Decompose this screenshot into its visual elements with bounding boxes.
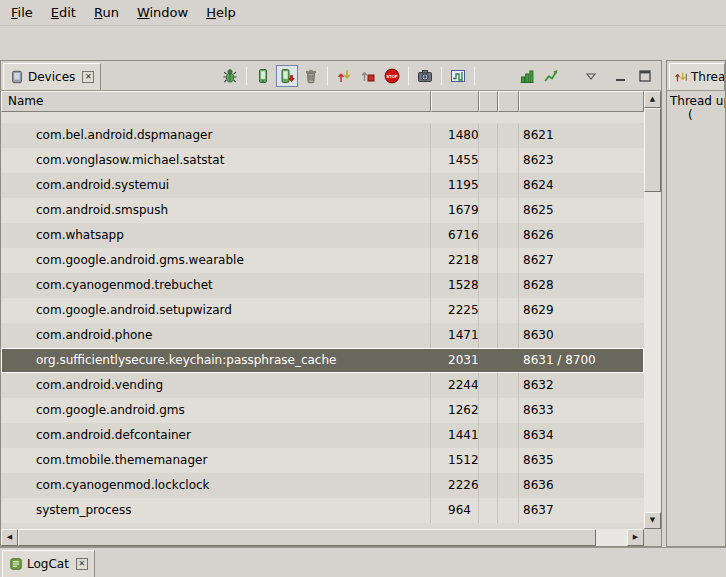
tab-threads[interactable]: Threads [669,63,725,90]
table-row[interactable]: com.android.vending224408632 [1,373,644,398]
cell-port: 8625 [519,198,644,223]
cell-port: 8623 [519,148,644,173]
systrace-icon[interactable] [447,65,469,87]
table-row[interactable]: com.tmobile.thememanager15128635 [1,448,644,473]
threads-message: Thread up ( [667,91,725,125]
cell-name: com.android.phone [1,323,431,348]
column-header-pid[interactable] [431,91,479,112]
tab-logcat[interactable]: LogCat ✕ [2,550,95,577]
cell-port: 8637 [519,498,644,523]
cell-blank [498,323,519,348]
cell-blank [479,198,498,223]
menu-run[interactable]: Run [85,3,128,22]
debug-process-icon[interactable] [219,65,241,87]
main-area: Devices ✕ STOP Name com.bel.a [0,60,726,547]
device-icon [10,70,24,84]
vertical-scroll-track[interactable] [644,108,661,512]
partial-row [1,112,644,123]
menu-edit[interactable]: Edit [42,3,85,22]
cell-blank [479,298,498,323]
screen-capture-icon[interactable] [414,65,436,87]
devices-tab-label: Devices [28,70,75,84]
cell-blank [479,373,498,398]
table-row[interactable]: com.bel.android.dspmanager14808621 [1,123,644,148]
logcat-tab-label: LogCat [27,557,69,571]
cell-blank [498,223,519,248]
column-header-blank[interactable] [498,91,519,112]
maximize-icon[interactable] [634,65,656,87]
minimize-icon[interactable] [610,65,632,87]
update-threads-icon[interactable] [333,65,355,87]
stop-process-icon[interactable]: STOP [381,65,403,87]
svg-text:STOP: STOP [386,74,398,79]
cell-name: com.android.systemui [1,173,431,198]
device-table-body: com.bel.android.dspmanager14808621com.vo… [1,112,644,529]
table-row[interactable]: org.sufficientlysecure.keychain:passphra… [1,348,644,373]
close-icon[interactable]: ✕ [82,71,94,83]
cell-blank [498,348,519,373]
table-row[interactable]: com.cyanogenmod.lockclock222658636 [1,473,644,498]
heap-updates-icon[interactable] [516,65,538,87]
cell-blank [498,273,519,298]
table-row[interactable]: com.whatsapp67168626 [1,223,644,248]
cause-gc-icon[interactable] [300,65,322,87]
cell-port: 8633 [519,398,644,423]
table-row[interactable]: com.android.smspush16798625 [1,198,644,223]
table-row[interactable]: system_process9648637 [1,498,644,523]
cell-pid: 6716 [431,223,479,248]
scrollbar-corner [644,529,661,546]
menu-file[interactable]: File [2,3,42,22]
menu-window[interactable]: Window [128,3,197,22]
cell-blank [498,298,519,323]
network-stats-icon[interactable] [540,65,562,87]
scroll-left-button[interactable]: ◀ [1,529,18,546]
tab-devices[interactable]: Devices ✕ [3,63,101,90]
horizontal-scroll-thumb[interactable] [18,529,596,546]
menu-help[interactable]: Help [197,3,245,22]
cell-name: com.vonglasow.michael.satstat [1,148,431,173]
scroll-up-button[interactable]: ▲ [644,91,661,108]
cell-pid: 20311 [431,348,479,373]
close-icon[interactable]: ✕ [76,558,88,570]
table-row[interactable]: com.cyanogenmod.trebuchet15288628 [1,273,644,298]
table-row[interactable]: com.android.systemui11958624 [1,173,644,198]
left-arrow-icon: ◀ [7,534,12,541]
column-header-port[interactable] [519,91,644,112]
cell-pid: 1480 [431,123,479,148]
table-row[interactable]: com.google.android.gms.wearable221858627 [1,248,644,273]
cell-name: com.cyanogenmod.trebuchet [1,273,431,298]
table-row[interactable]: com.android.defcontainer144118634 [1,423,644,448]
dump-hprof-icon[interactable] [276,65,298,87]
cell-port: 8636 [519,473,644,498]
column-header-name[interactable]: Name [1,91,431,112]
table-row[interactable]: com.android.phone14718630 [1,323,644,348]
scroll-down-button[interactable]: ▼ [644,512,661,529]
update-heap-icon[interactable] [252,65,274,87]
threads-panel-header: Threads [667,61,725,91]
table-row[interactable]: com.vonglasow.michael.satstat145538623 [1,148,644,173]
view-menu-icon[interactable] [580,65,602,87]
cell-port: 8627 [519,248,644,273]
cell-pid: 1512 [431,448,479,473]
cell-blank [479,273,498,298]
table-row[interactable]: com.google.android.gms126238633 [1,398,644,423]
logcat-icon [9,557,23,571]
cell-name: com.google.android.setupwizard [1,298,431,323]
cell-blank [498,373,519,398]
toolbar-separator [327,67,328,85]
cell-name: com.android.vending [1,373,431,398]
cell-name: com.cyanogenmod.lockclock [1,473,431,498]
column-header-blank[interactable] [479,91,498,112]
cell-blank [479,473,498,498]
stop-method-profiling-icon[interactable] [357,65,379,87]
vertical-scrollbar[interactable]: ▲ ▼ [644,91,661,546]
horizontal-scroll-track[interactable] [18,529,627,546]
threads-icon [674,70,688,84]
vertical-scroll-thumb[interactable] [644,108,661,192]
cell-pid: 22265 [431,473,479,498]
scroll-right-button[interactable]: ▶ [627,529,644,546]
cell-port: 8624 [519,173,644,198]
horizontal-scrollbar[interactable]: ◀ ▶ [1,529,644,546]
threads-tab-label: Threads [691,70,725,84]
table-row[interactable]: com.google.android.setupwizard222508629 [1,298,644,323]
